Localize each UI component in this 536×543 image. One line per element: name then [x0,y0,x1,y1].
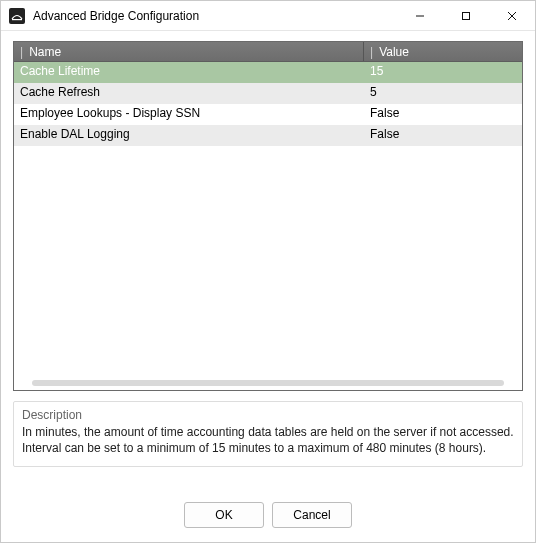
svg-rect-0 [12,19,22,20]
cell-value[interactable]: False [364,104,522,125]
grid-header: |Name |Value [14,42,522,62]
description-group: Description In minutes, the amount of ti… [13,401,523,467]
cell-name: Cache Lifetime [14,62,364,83]
column-header-value[interactable]: |Value [364,42,522,61]
ok-button[interactable]: OK [184,502,264,528]
cell-value[interactable]: False [364,125,522,146]
close-button[interactable] [489,1,535,30]
column-header-name[interactable]: |Name [14,42,364,61]
minimize-button[interactable] [397,1,443,30]
cancel-button[interactable]: Cancel [272,502,352,528]
button-bar: OK Cancel [1,488,535,542]
column-header-value-label: Value [379,45,409,59]
cell-name: Employee Lookups - Display SSN [14,104,364,125]
description-label: Description [22,408,514,422]
table-row[interactable]: Cache Lifetime15 [14,62,522,83]
settings-grid[interactable]: |Name |Value Cache Lifetime15Cache Refre… [13,41,523,391]
app-icon [9,8,25,24]
table-row[interactable]: Enable DAL LoggingFalse [14,125,522,146]
cell-name: Cache Refresh [14,83,364,104]
maximize-button[interactable] [443,1,489,30]
horizontal-scrollbar[interactable] [32,380,504,386]
table-row[interactable]: Employee Lookups - Display SSNFalse [14,104,522,125]
cell-value[interactable]: 15 [364,62,522,83]
table-row[interactable]: Cache Refresh5 [14,83,522,104]
description-text: In minutes, the amount of time accountin… [22,424,514,456]
minimize-icon [415,11,425,21]
svg-rect-2 [463,12,470,19]
cell-value[interactable]: 5 [364,83,522,104]
content-area: |Name |Value Cache Lifetime15Cache Refre… [1,31,535,488]
grid-body: Cache Lifetime15Cache Refresh5Employee L… [14,62,522,146]
column-header-name-label: Name [29,45,61,59]
window-title: Advanced Bridge Configuration [33,9,397,23]
window: Advanced Bridge Configuration |Name |Val… [0,0,536,543]
cell-name: Enable DAL Logging [14,125,364,146]
window-controls [397,1,535,30]
close-icon [507,11,517,21]
titlebar: Advanced Bridge Configuration [1,1,535,31]
maximize-icon [461,11,471,21]
